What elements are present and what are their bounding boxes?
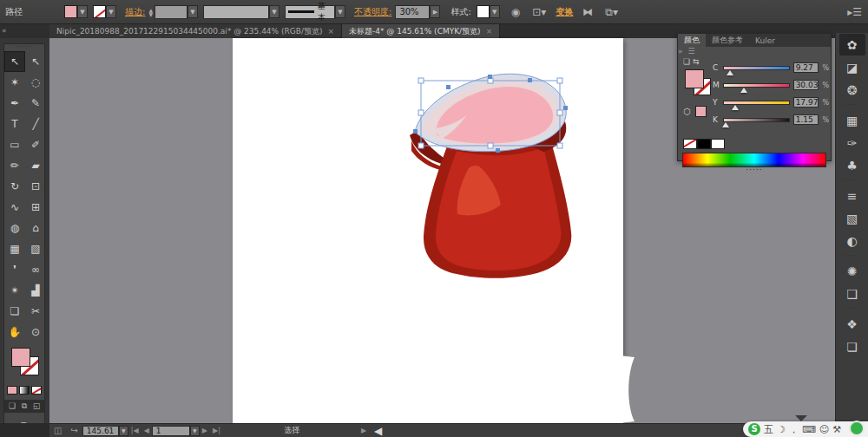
prev-artboard-icon[interactable]: ◀	[144, 427, 149, 434]
tool-button[interactable]: ✶	[4, 72, 25, 93]
stroke-weight-dropdown[interactable]: ▼	[187, 5, 198, 18]
web-safe-warning-icon[interactable]: ⬡	[683, 107, 691, 116]
dock-panel-button[interactable]: ❖	[839, 313, 865, 335]
profile-dropdown[interactable]: ▼	[269, 5, 279, 18]
tool-button[interactable]: ∿	[4, 197, 25, 218]
export-icon[interactable]: ↪	[70, 426, 77, 435]
screen-preview-icon[interactable]: ◫	[54, 426, 62, 435]
tool-button[interactable]: ✏	[4, 155, 25, 176]
variable-width-profile[interactable]	[203, 5, 269, 19]
opacity-field[interactable]: 30%	[395, 5, 430, 19]
panel-resize-grip[interactable]: ·····	[678, 167, 831, 174]
slider-thumb[interactable]	[727, 70, 733, 75]
tray-icon[interactable]: ⌨	[802, 425, 816, 434]
tray-icon[interactable]: ⚒	[832, 425, 841, 434]
dock-panel-button[interactable]: ·····	[839, 252, 865, 259]
artboard-dropdown[interactable]: ▼	[190, 426, 200, 436]
select-similar-icon[interactable]: ⊡▾	[532, 6, 546, 18]
dock-panel-button[interactable]: ◪	[839, 56, 865, 78]
channel-slider[interactable]	[723, 66, 790, 70]
gradient-button[interactable]	[19, 386, 30, 395]
first-artboard-icon[interactable]: |◀	[131, 427, 139, 434]
align-icon[interactable]: ⧓	[582, 6, 593, 18]
web-safe-swatch[interactable]	[695, 106, 707, 117]
tool-button[interactable]: ❜	[4, 259, 25, 280]
color-panel-tab[interactable]: Kuler	[749, 34, 781, 47]
tool-button[interactable]: ✎	[25, 93, 46, 114]
none-button[interactable]	[31, 386, 42, 395]
dock-panel-button[interactable]: ♣	[839, 154, 865, 176]
dock-panel-button[interactable]: ✺	[839, 260, 865, 282]
black-swatch[interactable]	[697, 139, 711, 149]
tool-button[interactable]: ✐	[25, 134, 46, 155]
dock-panel-button[interactable]: ·····	[839, 101, 865, 108]
pathfinder-icon[interactable]: ⧉▾	[605, 6, 618, 18]
artboard[interactable]	[233, 38, 623, 423]
tool-button[interactable]: ↖	[25, 51, 46, 72]
document-tab[interactable]: Nipic_20180988_2017122915034445000.ai* @…	[49, 24, 342, 38]
zoom-dropdown[interactable]: ▼	[119, 426, 128, 436]
zoom-level-field[interactable]: 145.61	[82, 426, 119, 436]
tool-button[interactable]: ⊡	[25, 176, 46, 197]
dock-panel-button[interactable]: ❏	[839, 336, 865, 357]
last-artboard-icon[interactable]: ▶|	[213, 427, 220, 434]
tray-icon[interactable]: ☺	[819, 425, 829, 434]
dock-panel-button[interactable]: ❂	[839, 79, 865, 101]
dock-panel-button[interactable]: ◐	[839, 230, 865, 251]
none-swatch[interactable]	[683, 139, 697, 149]
dock-panel-button[interactable]: ❑	[839, 283, 865, 304]
channel-value-field[interactable]: 1.15	[793, 114, 819, 125]
channel-value-field[interactable]: 17.97	[793, 97, 819, 108]
tool-button[interactable]: ✋	[4, 322, 25, 342]
dock-panel-button[interactable]: ·····	[839, 305, 865, 312]
tray-icon[interactable]: ☽	[777, 425, 786, 434]
white-swatch[interactable]	[711, 139, 725, 149]
color-spectrum-bar[interactable]	[682, 153, 826, 167]
tool-button[interactable]: ↖	[4, 51, 25, 72]
stroke-weight-field[interactable]	[155, 5, 187, 19]
stroke-weight-stepper[interactable]: ▲▼	[148, 8, 153, 16]
color-button[interactable]	[7, 386, 17, 395]
channel-slider[interactable]	[723, 101, 790, 105]
tool-button[interactable]: ◍	[4, 218, 25, 238]
dock-panel-button[interactable]: ≡	[839, 185, 865, 206]
tool-button[interactable]: ▰	[25, 155, 46, 176]
next-artboard-icon[interactable]: ▶	[202, 427, 207, 434]
tool-button[interactable]: ⊞	[25, 197, 46, 218]
tray-icon[interactable]: S	[748, 423, 760, 435]
tool-button[interactable]: ▟	[25, 280, 46, 301]
panel-menu-icon[interactable]: ☰	[688, 47, 695, 55]
brush-definition[interactable]: 基本	[285, 5, 335, 19]
color-panel-tab[interactable]: 颜色参考	[706, 34, 749, 47]
tool-button[interactable]: ❏	[4, 301, 25, 322]
stroke-color-swatch[interactable]	[93, 5, 106, 18]
panel-fill-proxy[interactable]	[685, 69, 704, 88]
artboard-number-field[interactable]: 1	[152, 426, 190, 436]
tool-button[interactable]: ∞	[25, 259, 46, 280]
brush-dropdown[interactable]: ▼	[335, 5, 345, 18]
channel-value-field[interactable]: 30.03	[793, 80, 819, 90]
dock-panel-button[interactable]: ·····	[839, 177, 865, 184]
tool-button[interactable]: T	[4, 114, 25, 134]
fill-proxy-swatch[interactable]	[11, 348, 30, 367]
scroll-right-icon[interactable]: ▶	[361, 427, 366, 434]
transform-link[interactable]: 变换	[556, 6, 573, 18]
tab-close-icon[interactable]: ×	[327, 27, 334, 36]
tool-button[interactable]: ⌂	[25, 218, 46, 238]
tray-badge[interactable]	[849, 421, 865, 436]
fill-stroke-proxy[interactable]	[4, 346, 44, 382]
slider-thumb[interactable]	[732, 105, 739, 110]
tool-button[interactable]: ▧	[25, 238, 46, 259]
color-panel-tab[interactable]: 颜色	[678, 34, 706, 47]
toolbox-grip[interactable]: ·····	[4, 44, 44, 51]
tool-button[interactable]: ◌	[25, 72, 46, 93]
jug-artwork[interactable]	[233, 38, 623, 423]
tray-icon[interactable]: 五	[764, 425, 773, 434]
toolbox-collapse-icon[interactable]: «	[2, 26, 7, 35]
dock-panel-button[interactable]: ✑	[839, 132, 865, 153]
slider-thumb[interactable]	[722, 122, 729, 127]
tool-button[interactable]: ✒	[4, 93, 25, 114]
tool-button[interactable]: ⊙	[25, 322, 46, 342]
panel-menu-icon[interactable]: ▸☰	[847, 6, 862, 18]
draw-normal-icon[interactable]: ❏	[7, 401, 18, 411]
